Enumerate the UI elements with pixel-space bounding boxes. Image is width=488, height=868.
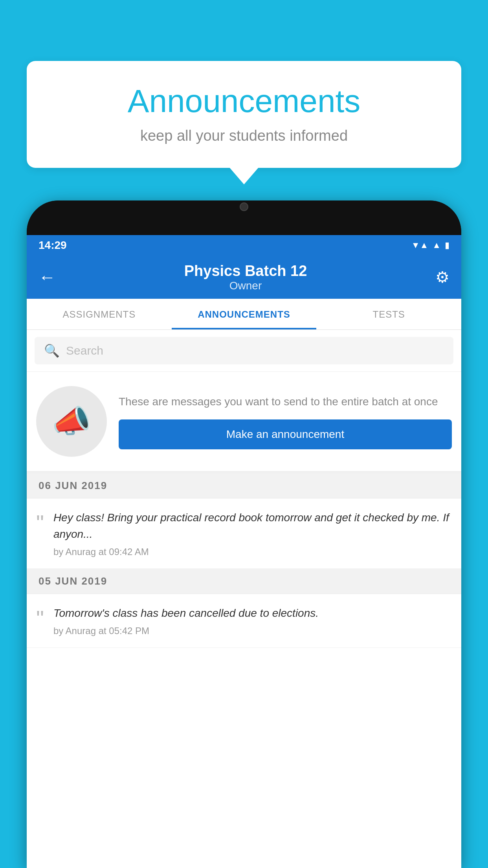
announcement-text-1: Hey class! Bring your practical record b… [53,509,452,542]
app-content: 🔍 Search 📣 These are messages you want t… [27,330,461,868]
phone-camera [240,202,248,211]
make-announcement-button[interactable]: Make an announcement [119,419,452,449]
search-placeholder: Search [66,344,103,357]
tab-tests[interactable]: TESTS [316,299,461,329]
announcement-right: These are messages you want to send to t… [119,394,452,449]
search-icon: 🔍 [44,343,60,358]
announcement-content-2: Tomorrow's class has been cancelled due … [53,605,452,636]
announcement-meta-1: by Anurag at 09:42 AM [53,546,452,557]
date-separator-1: 06 JUN 2019 [27,473,461,498]
header-subtitle: Owner [56,280,435,292]
date-separator-2: 05 JUN 2019 [27,569,461,594]
back-button[interactable]: ← [39,267,56,287]
battery-icon: ▮ [445,240,449,250]
phone-notch [226,200,262,213]
announcement-text-2: Tomorrow's class has been cancelled due … [53,605,452,622]
phone-top-bar [27,200,461,235]
status-time: 14:29 [39,239,67,252]
announcement-icon-circle: 📣 [36,386,107,457]
announcement-content-1: Hey class! Bring your practical record b… [53,509,452,557]
signal-icon: ▲ [432,240,441,250]
search-container: 🔍 Search [27,330,461,372]
app-header: ← Physics Batch 12 Owner ⚙ [27,256,461,299]
speech-bubble-container: Announcements keep all your students inf… [27,61,461,168]
header-title: Physics Batch 12 [56,263,435,280]
status-icons: ▼▲ ▲ ▮ [411,240,449,250]
speech-bubble-title: Announcements [50,83,438,120]
phone-mockup: 14:29 ▼▲ ▲ ▮ ← Physics Batch 12 Owner ⚙ … [27,200,461,868]
tab-bar: ASSIGNMENTS ANNOUNCEMENTS TESTS [27,299,461,330]
megaphone-icon: 📣 [52,403,91,440]
announcement-item-1[interactable]: " Hey class! Bring your practical record… [27,498,461,569]
announcement-meta-2: by Anurag at 05:42 PM [53,625,452,636]
speech-bubble-subtitle: keep all your students informed [50,127,438,144]
tab-assignments[interactable]: ASSIGNMENTS [27,299,172,329]
announcement-description: These are messages you want to send to t… [119,394,452,410]
status-bar: 14:29 ▼▲ ▲ ▮ [27,235,461,256]
quote-icon-2: " [36,607,44,629]
search-bar[interactable]: 🔍 Search [35,337,453,364]
phone-inner: 14:29 ▼▲ ▲ ▮ ← Physics Batch 12 Owner ⚙ … [27,235,461,868]
announcement-item-2[interactable]: " Tomorrow's class has been cancelled du… [27,594,461,648]
announcement-prompt: 📣 These are messages you want to send to… [27,372,461,473]
speech-bubble: Announcements keep all your students inf… [27,61,461,168]
wifi-icon: ▼▲ [411,240,429,250]
tab-announcements[interactable]: ANNOUNCEMENTS [172,299,317,329]
settings-button[interactable]: ⚙ [435,268,449,286]
quote-icon-1: " [36,512,44,534]
header-center: Physics Batch 12 Owner [56,263,435,292]
